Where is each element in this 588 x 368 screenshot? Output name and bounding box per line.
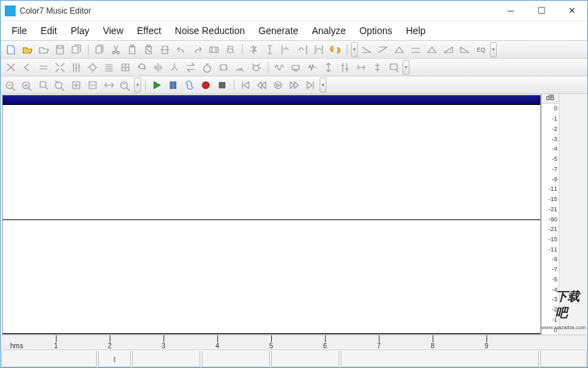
open-file-icon[interactable] bbox=[20, 42, 35, 57]
link-icon[interactable] bbox=[328, 42, 343, 57]
wave-left-icon[interactable] bbox=[279, 42, 294, 57]
skip-start-icon[interactable] bbox=[238, 78, 253, 93]
env-peak-icon[interactable] bbox=[424, 42, 439, 57]
close-button[interactable]: ✕ bbox=[557, 1, 587, 20]
menu-help[interactable]: Help bbox=[399, 22, 433, 39]
move-left-icon[interactable] bbox=[20, 60, 35, 75]
expand-icon[interactable] bbox=[52, 60, 67, 75]
toolbar-overflow[interactable]: ▾ bbox=[490, 42, 497, 57]
env-flat-icon[interactable] bbox=[408, 42, 423, 57]
menu-view[interactable]: View bbox=[96, 22, 130, 39]
play-icon[interactable] bbox=[149, 78, 164, 93]
zoom-reset-icon[interactable] bbox=[118, 78, 133, 93]
env-up-icon[interactable] bbox=[375, 42, 390, 57]
timeline[interactable]: hms 123456789 bbox=[1, 335, 587, 350]
pause-icon[interactable] bbox=[166, 78, 181, 93]
skip-end-icon[interactable] bbox=[303, 78, 318, 93]
print-icon[interactable] bbox=[223, 42, 238, 57]
time-label: 4 bbox=[215, 342, 219, 350]
menu-play[interactable]: Play bbox=[64, 22, 96, 39]
db-tick: 0 bbox=[554, 105, 557, 112]
track-header[interactable] bbox=[3, 95, 540, 105]
rewind-icon[interactable] bbox=[254, 78, 269, 93]
menu-edit[interactable]: Edit bbox=[34, 22, 64, 39]
zoom-in-icon[interactable] bbox=[20, 78, 35, 93]
height-icon[interactable] bbox=[321, 60, 336, 75]
menu-options[interactable]: Options bbox=[352, 22, 399, 39]
eq-icon[interactable]: EQ bbox=[474, 42, 489, 57]
stop-icon[interactable] bbox=[215, 78, 230, 93]
paste-icon[interactable] bbox=[125, 42, 140, 57]
zoom-out-icon[interactable] bbox=[3, 78, 18, 93]
copy-icon[interactable] bbox=[92, 42, 107, 57]
new-file-icon[interactable] bbox=[3, 42, 18, 57]
bug-icon[interactable] bbox=[249, 60, 264, 75]
timeline-ruler[interactable]: hms 123456789 bbox=[2, 335, 541, 350]
trim-icon[interactable] bbox=[206, 42, 221, 57]
menu-analyze[interactable]: Analyze bbox=[305, 22, 353, 39]
waveform-canvas[interactable] bbox=[3, 105, 540, 333]
mix-paste-icon[interactable] bbox=[157, 42, 172, 57]
record-icon[interactable] bbox=[198, 78, 213, 93]
brightness-icon[interactable] bbox=[85, 60, 100, 75]
menu-effect[interactable]: Effect bbox=[130, 22, 168, 39]
minimize-button[interactable]: ─ bbox=[495, 1, 526, 20]
toolbar-overflow[interactable]: ▾ bbox=[351, 42, 358, 57]
open-recent-icon[interactable] bbox=[36, 42, 51, 57]
cut-icon[interactable] bbox=[108, 42, 123, 57]
save-icon[interactable] bbox=[52, 42, 67, 57]
refresh-icon[interactable] bbox=[134, 60, 149, 75]
toolbar-overflow[interactable]: ▾ bbox=[403, 60, 409, 75]
mixer-icon[interactable] bbox=[69, 60, 84, 75]
menu-generate[interactable]: Generate bbox=[251, 22, 305, 39]
forward-icon[interactable] bbox=[287, 78, 302, 93]
waveform-area[interactable] bbox=[2, 95, 541, 335]
env-down-icon[interactable] bbox=[359, 42, 374, 57]
fade-left-icon[interactable] bbox=[457, 42, 472, 57]
swap-icon[interactable] bbox=[183, 60, 198, 75]
wave-right-icon[interactable] bbox=[295, 42, 310, 57]
trim-wave-icon[interactable] bbox=[311, 42, 326, 57]
pulse-icon[interactable] bbox=[151, 60, 166, 75]
status-cursor-cell: I bbox=[98, 351, 131, 367]
meter-icon[interactable] bbox=[232, 60, 247, 75]
zoom-fit-icon[interactable] bbox=[52, 78, 67, 93]
list-icon[interactable] bbox=[102, 60, 117, 75]
delete-sel-icon[interactable] bbox=[3, 60, 18, 75]
toolbar-overflow[interactable]: ▾ bbox=[134, 78, 141, 93]
cursor-icon[interactable] bbox=[262, 42, 277, 57]
time-label: 6 bbox=[323, 342, 327, 350]
menu-file[interactable]: File bbox=[5, 22, 34, 39]
toolbar-overflow[interactable]: ▾ bbox=[320, 78, 326, 93]
zoom-v-out-icon[interactable] bbox=[85, 78, 100, 93]
branch-icon[interactable] bbox=[167, 60, 182, 75]
toolbars: ▾EQ▾ ▾ ▾▾ bbox=[1, 41, 587, 94]
equals-icon[interactable] bbox=[36, 60, 51, 75]
zoom-sel-icon[interactable] bbox=[36, 78, 51, 93]
device-icon[interactable] bbox=[288, 60, 303, 75]
env-tri-icon[interactable] bbox=[392, 42, 407, 57]
menu-noise-reduction[interactable]: Noise Reduction bbox=[168, 22, 252, 39]
wave-mono-icon[interactable] bbox=[305, 60, 320, 75]
marker-icon[interactable] bbox=[246, 42, 261, 57]
waveform-icon[interactable] bbox=[272, 60, 287, 75]
center-icon[interactable] bbox=[370, 60, 385, 75]
h-align-icon[interactable] bbox=[354, 60, 369, 75]
zoom-h-icon[interactable] bbox=[102, 78, 117, 93]
save-all-icon[interactable] bbox=[69, 42, 84, 57]
play-outline-icon[interactable] bbox=[270, 78, 285, 93]
undo-icon[interactable] bbox=[174, 42, 189, 57]
select-rect-icon[interactable] bbox=[386, 60, 401, 75]
zero-line bbox=[3, 219, 540, 220]
chip-icon[interactable] bbox=[216, 60, 231, 75]
grid-icon[interactable] bbox=[118, 60, 133, 75]
fade-right-icon[interactable] bbox=[441, 42, 456, 57]
maximize-button[interactable]: ☐ bbox=[526, 1, 557, 20]
status-cell-3 bbox=[132, 351, 200, 367]
stopwatch-icon[interactable] bbox=[200, 60, 215, 75]
paste-special-icon[interactable] bbox=[141, 42, 156, 57]
redo-icon[interactable] bbox=[190, 42, 205, 57]
v-sliders-icon[interactable] bbox=[337, 60, 352, 75]
zoom-v-in-icon[interactable] bbox=[69, 78, 84, 93]
loop-icon[interactable] bbox=[182, 78, 197, 93]
